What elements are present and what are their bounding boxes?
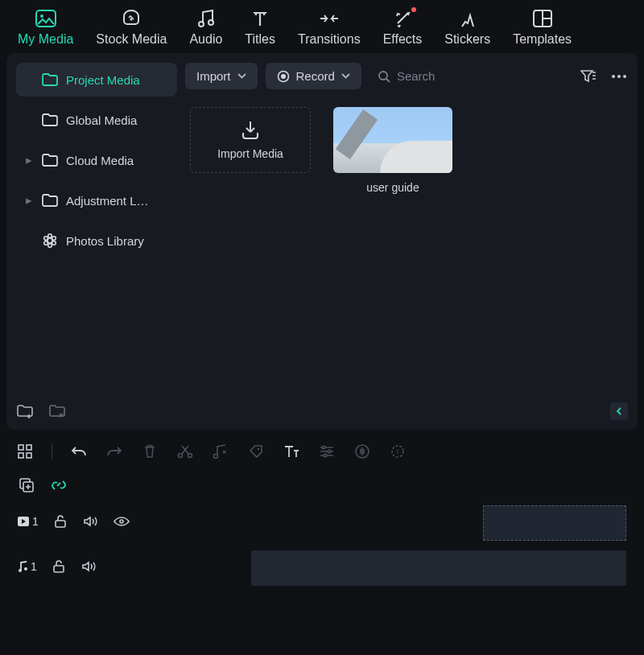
- sidebar-item-cloud-media[interactable]: ▸ Cloud Media: [16, 143, 177, 177]
- sidebar-item-global-media[interactable]: Global Media: [16, 103, 177, 137]
- sidebar-item-label: Photos Library: [66, 234, 144, 248]
- svg-point-29: [324, 454, 327, 457]
- timeline-header: [5, 472, 639, 499]
- clip-label: user guide: [333, 181, 452, 194]
- delete-folder-button[interactable]: [48, 402, 66, 420]
- audio-clip[interactable]: [251, 550, 626, 586]
- new-folder-button[interactable]: [16, 402, 34, 420]
- import-media-tile[interactable]: Import Media: [190, 107, 311, 173]
- timeline: 1 1: [0, 468, 644, 589]
- svg-point-26: [258, 448, 260, 451]
- svg-point-3: [199, 22, 204, 27]
- svg-point-10: [48, 244, 52, 248]
- mute-button[interactable]: [82, 513, 100, 530]
- more-options-button[interactable]: [610, 68, 628, 85]
- tab-label: Audio: [189, 32, 222, 47]
- search-input[interactable]: Search: [369, 63, 444, 89]
- media-panel: Project Media Global Media ▸ Cloud Media…: [6, 53, 638, 430]
- svg-point-25: [214, 455, 218, 459]
- tab-audio[interactable]: Audio: [186, 8, 225, 47]
- svg-point-28: [328, 450, 331, 453]
- media-content: Import Record Search: [185, 63, 628, 399]
- tab-label: Stickers: [444, 32, 490, 47]
- link-toggle-button[interactable]: [50, 476, 68, 494]
- svg-text:T: T: [396, 449, 400, 455]
- adjust-button[interactable]: [318, 443, 336, 460]
- svg-point-18: [623, 75, 626, 78]
- sidebar-item-project-media[interactable]: Project Media: [16, 63, 177, 97]
- sidebar-item-adjustment[interactable]: ▸ Adjustment L…: [16, 183, 177, 217]
- tab-label: Effects: [383, 32, 423, 47]
- media-category-tabs: My Media Stock Media Audio Titles Transi…: [0, 0, 644, 47]
- audio-track-lane[interactable]: [150, 547, 626, 586]
- folder-icon: [42, 194, 58, 207]
- photos-icon: [42, 233, 58, 249]
- chevron-down-icon: [341, 73, 350, 79]
- audio-detach-button[interactable]: [212, 443, 229, 460]
- tab-titles[interactable]: Titles: [242, 8, 279, 47]
- timeline-drop-zone[interactable]: [483, 505, 626, 541]
- video-track-icon: 1: [18, 515, 39, 528]
- import-icon: [240, 120, 261, 141]
- tab-label: My Media: [18, 32, 73, 47]
- audio-icon: [195, 8, 217, 29]
- sidebar-item-label: Global Media: [66, 113, 137, 127]
- filter-button[interactable]: [580, 68, 597, 85]
- collapse-sidebar-button[interactable]: [610, 402, 628, 420]
- svg-point-7: [48, 234, 52, 238]
- search-placeholder: Search: [397, 69, 436, 83]
- tab-templates[interactable]: Templates: [510, 8, 575, 47]
- tab-effects[interactable]: Effects: [380, 8, 426, 47]
- video-track-lane[interactable]: [150, 502, 626, 541]
- svg-point-8: [52, 237, 56, 241]
- layout-button[interactable]: [16, 443, 34, 460]
- notification-dot-icon: [411, 7, 416, 12]
- svg-point-39: [24, 567, 27, 571]
- tag-button[interactable]: [247, 443, 265, 460]
- undo-button[interactable]: [70, 443, 88, 460]
- svg-point-12: [44, 237, 48, 241]
- tab-label: Templates: [513, 32, 572, 47]
- folder-icon: [42, 113, 58, 126]
- lock-button[interactable]: [50, 558, 68, 575]
- sidebar-item-photos-library[interactable]: Photos Library: [16, 224, 177, 257]
- split-button[interactable]: [176, 443, 194, 460]
- lock-button[interactable]: [52, 513, 69, 530]
- svg-point-9: [52, 241, 56, 245]
- waveform-button[interactable]: [353, 443, 371, 460]
- tab-stock-media[interactable]: Stock Media: [93, 8, 170, 47]
- text-button[interactable]: [283, 443, 300, 460]
- import-button[interactable]: Import: [185, 63, 258, 89]
- media-grid: Import Media user guide: [185, 101, 628, 200]
- sidebar-item-label: Project Media: [66, 73, 140, 87]
- duration-button[interactable]: T: [389, 443, 407, 460]
- svg-point-38: [19, 569, 22, 572]
- svg-point-11: [44, 241, 48, 245]
- svg-point-27: [322, 446, 325, 449]
- tab-stickers[interactable]: Stickers: [441, 8, 493, 47]
- audio-track-header: 1: [18, 558, 138, 575]
- folder-icon: [42, 154, 58, 167]
- svg-point-15: [379, 72, 387, 80]
- add-track-button[interactable]: [18, 476, 35, 494]
- sidebar-item-label: Adjustment L…: [66, 194, 149, 208]
- delete-button[interactable]: [141, 443, 159, 460]
- visibility-button[interactable]: [113, 513, 130, 530]
- search-icon: [378, 70, 390, 83]
- mute-button[interactable]: [80, 558, 98, 575]
- redo-button[interactable]: [105, 443, 123, 460]
- media-toolbar: Import Record Search: [185, 63, 628, 89]
- record-button[interactable]: Record: [266, 63, 361, 89]
- media-clip[interactable]: user guide: [333, 107, 452, 194]
- audio-track-icon: 1: [18, 560, 37, 573]
- svg-point-14: [281, 74, 286, 79]
- svg-point-1: [40, 14, 43, 18]
- button-label: Import: [196, 69, 231, 83]
- tab-transitions[interactable]: Transitions: [295, 8, 364, 47]
- tab-my-media[interactable]: My Media: [14, 8, 76, 47]
- svg-rect-22: [27, 453, 31, 458]
- effects-icon: [391, 8, 414, 29]
- svg-point-24: [188, 454, 192, 458]
- chevron-right-icon: ▸: [26, 153, 34, 167]
- media-panel-footer: [16, 399, 628, 420]
